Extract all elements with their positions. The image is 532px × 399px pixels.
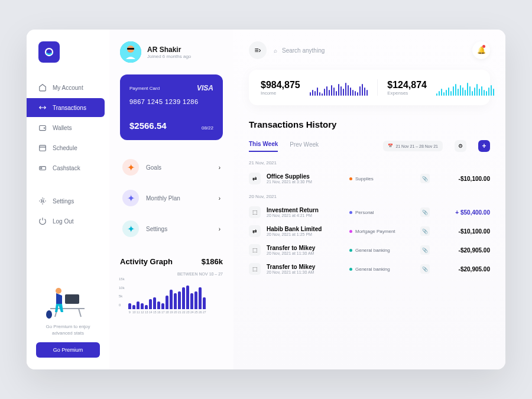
svg-point-6	[41, 167, 42, 168]
txn-date-header: 20 Nov, 2021	[249, 194, 490, 199]
txn-amount: -$10,100.00	[459, 228, 490, 235]
txn-timestamp: 21 Nov, 2021 at 3:30 PM	[267, 180, 343, 184]
middle-panel: AR Shakir Joined 6 months ago Payment Ca…	[109, 30, 233, 369]
quick-goals[interactable]: ✦Goals›	[120, 154, 223, 180]
txn-title: Transfer to Mikey	[267, 264, 343, 270]
nav: My AccountTransactionsWalletsScheduleCas…	[27, 78, 109, 177]
chart-bar	[145, 305, 148, 309]
txn-title: Transfer to Mikey	[267, 245, 343, 251]
card-label: Payment Card	[129, 86, 160, 91]
svg-point-2	[44, 128, 44, 128]
txn-title: Office Supplies	[267, 173, 343, 180]
stack-icon	[38, 164, 47, 172]
history-title: Transactions History	[249, 119, 490, 129]
quick-icon: ✦	[122, 220, 139, 237]
transaction-row[interactable]: ⇄ Habib Bank Limited 20 Nov, 2021 at 1:2…	[249, 222, 490, 241]
txn-type-icon: ⬚	[249, 244, 261, 256]
card-number: 9867 1245 1239 1286	[129, 98, 213, 105]
quick-settings[interactable]: ✦Settings›	[120, 216, 223, 242]
menu-toggle-button[interactable]: ≡›	[249, 41, 267, 59]
svg-line-11	[79, 309, 81, 317]
chevron-right-icon: ›	[219, 226, 220, 232]
transaction-row[interactable]: ⬚ Transfer to Mikey 20 Nov, 2021 at 11:3…	[249, 259, 490, 278]
home-icon	[38, 83, 47, 92]
transaction-row[interactable]: ⇄ Office Supplies 21 Nov, 2021 at 3:30 P…	[249, 169, 490, 188]
date-range-picker[interactable]: 📅 21 Nov 21 – 28 Nov 21	[383, 141, 443, 151]
attachment-icon[interactable]: 📎	[420, 207, 430, 217]
nav-item-settings[interactable]: Settings	[27, 192, 109, 210]
payment-card[interactable]: Payment Card VISA 9867 1245 1239 1286 $2…	[120, 74, 223, 140]
notifications-button[interactable]: 🔔	[472, 41, 490, 59]
profile-name: AR Shakir	[147, 46, 191, 54]
expenses-sparkline	[436, 79, 495, 96]
card-brand: VISA	[197, 84, 213, 92]
profile-joined: Joined 6 months ago	[147, 54, 191, 59]
plus-icon: +	[482, 142, 486, 150]
txn-title: Investment Return	[267, 207, 343, 213]
chart-bar	[174, 293, 177, 309]
power-icon	[38, 217, 47, 225]
quick-monthly-plan[interactable]: ✦Monthly Plan›	[120, 185, 223, 211]
attachment-icon[interactable]: 📎	[420, 264, 430, 274]
txn-type-icon: ⇄	[249, 225, 261, 237]
expenses-value: $124,874	[387, 80, 427, 90]
tab-this-week[interactable]: This Week	[249, 141, 278, 152]
nav-item-cashstack[interactable]: Cashstack	[27, 158, 109, 177]
txn-category: General banking	[349, 267, 414, 272]
logo[interactable]	[38, 41, 60, 63]
history-settings-button[interactable]: ⚙	[455, 140, 466, 152]
chart-bar	[166, 296, 168, 309]
swap-icon	[38, 103, 47, 112]
chart-bar	[199, 287, 202, 309]
chart-bar	[141, 303, 144, 309]
activity-value: $186k	[202, 257, 223, 266]
transaction-row[interactable]: ⬚ Investment Return 20 Nov, 2021 at 4:21…	[249, 203, 490, 222]
calendar-icon: 📅	[388, 144, 393, 148]
quick-icon: ✦	[122, 190, 139, 206]
avatar	[120, 41, 141, 63]
tab-prev-week[interactable]: Prev Week	[290, 141, 319, 151]
svg-point-7	[41, 200, 44, 202]
chevron-right-icon: ›	[219, 195, 220, 202]
gear-icon	[38, 197, 47, 205]
activity-title: Activity Graph	[120, 257, 173, 266]
txn-type-icon: ⬚	[249, 263, 261, 275]
chart-bar	[132, 305, 135, 309]
nav-item-transactions[interactable]: Transactions	[27, 98, 105, 117]
app-window: My AccountTransactionsWalletsScheduleCas…	[27, 30, 505, 369]
chart-bar	[178, 291, 181, 309]
attachment-icon[interactable]: 📎	[420, 174, 430, 183]
nav-item-my-account[interactable]: My Account	[27, 78, 109, 97]
topbar: ≡› ⌕ Search anything 🔔	[249, 41, 490, 59]
nav-item-log-out[interactable]: Log Out	[27, 212, 109, 231]
txn-category: Mortgage Payment	[349, 229, 414, 234]
svg-rect-8	[65, 294, 79, 304]
card-balance: $2566.54	[129, 121, 167, 131]
svg-point-12	[56, 288, 61, 294]
svg-rect-3	[40, 145, 46, 151]
txn-amount: -$20,905.00	[459, 247, 490, 254]
income-label: Income	[261, 90, 300, 96]
txn-amount: -$20,905.00	[459, 266, 490, 273]
chart-bar	[194, 291, 197, 309]
add-transaction-button[interactable]: +	[478, 140, 490, 152]
wallet-icon	[38, 124, 47, 132]
gear-icon: ⚙	[458, 143, 463, 149]
search-input[interactable]: ⌕ Search anything	[274, 47, 465, 54]
chart-bar	[137, 301, 140, 309]
chart-bar	[157, 301, 160, 309]
nav-item-wallets[interactable]: Wallets	[27, 118, 109, 137]
chart-bar	[128, 303, 131, 309]
quick-links: ✦Goals›✦Monthly Plan›✦Settings›	[120, 154, 223, 242]
quick-icon: ✦	[122, 159, 139, 176]
attachment-icon[interactable]: 📎	[420, 226, 430, 236]
nav-item-schedule[interactable]: Schedule	[27, 138, 109, 157]
txn-type-icon: ⬚	[249, 206, 261, 218]
transaction-row[interactable]: ⬚ Transfer to Mikey 20 Nov, 2021 at 11:3…	[249, 241, 490, 259]
history-tabs: This Week Prev Week 📅 21 Nov 21 – 28 Nov…	[249, 140, 490, 152]
income-stat: $984,875 Income	[261, 79, 378, 96]
attachment-icon[interactable]: 📎	[420, 245, 430, 255]
txn-amount: + $50,400.00	[455, 209, 490, 216]
go-premium-button[interactable]: Go Premium	[36, 342, 100, 358]
profile[interactable]: AR Shakir Joined 6 months ago	[120, 41, 223, 63]
